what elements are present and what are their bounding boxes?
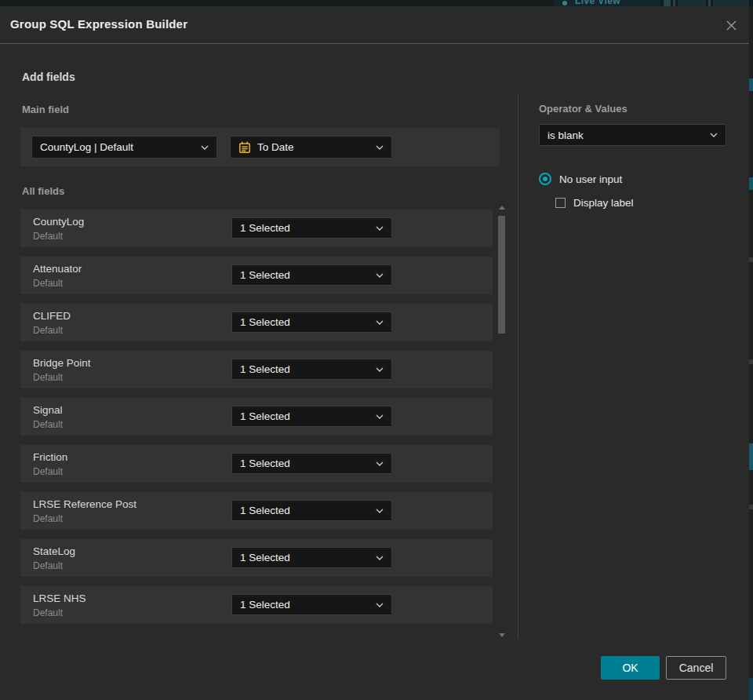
operator-dropdown-value: is blank [547, 129, 584, 141]
chevron-down-icon [376, 509, 384, 513]
field-row: CountyLog Default 1 Selected [20, 210, 493, 247]
operator-values-label: Operator & Values [539, 103, 628, 115]
field-name: Bridge Point [33, 357, 91, 369]
chevron-down-icon [710, 133, 718, 137]
chevron-down-icon [376, 320, 384, 325]
field-sublabel: Default [33, 325, 63, 336]
field-selection-dropdown[interactable]: 1 Selected [231, 547, 392, 568]
chevron-down-icon [376, 603, 384, 607]
background-pane-bar [708, 0, 711, 6]
background-pane-bar [713, 0, 749, 6]
field-selection-value: 1 Selected [240, 458, 290, 469]
chevron-down-icon [376, 461, 384, 466]
field-row: Bridge Point Default 1 Selected [20, 351, 493, 388]
field-selection-value: 1 Selected [240, 222, 290, 234]
chevron-down-icon [201, 145, 209, 150]
operator-dropdown[interactable]: is blank [539, 124, 726, 146]
field-sublabel: Default [33, 278, 63, 289]
field-name: LRSE NHS [33, 592, 86, 604]
field-selection-dropdown[interactable]: 1 Selected [231, 406, 392, 427]
background-pane-bar [673, 0, 675, 6]
field-selection-value: 1 Selected [240, 505, 290, 516]
chevron-down-icon [376, 414, 384, 419]
no-user-input-label: No user input [559, 173, 622, 185]
cancel-button[interactable]: Cancel [666, 656, 726, 680]
field-sublabel: Default [33, 607, 63, 618]
background-edge-fragment [749, 177, 753, 190]
background-edge-fragment [749, 678, 753, 700]
field-selection-dropdown[interactable]: 1 Selected [231, 264, 392, 286]
field-name: StateLog [33, 545, 75, 557]
field-sublabel: Default [33, 513, 63, 524]
date-field-dropdown-value: To Date [257, 141, 294, 153]
main-field-dropdown-value: CountyLog | Default [40, 141, 133, 153]
field-name: Friction [33, 451, 67, 463]
field-row: Signal Default 1 Selected [20, 398, 493, 436]
field-selection-value: 1 Selected [240, 552, 290, 563]
date-field-dropdown[interactable]: To Date [230, 136, 392, 159]
field-name: Attenuator [33, 263, 82, 275]
background-edge-fragment [749, 257, 753, 262]
field-selection-value: 1 Selected [240, 363, 290, 375]
scroll-up-icon[interactable] [499, 206, 505, 210]
no-user-input-option[interactable]: No user input [539, 173, 622, 185]
field-selection-value: 1 Selected [240, 269, 290, 281]
field-selection-value: 1 Selected [240, 410, 290, 422]
field-selection-dropdown[interactable]: 1 Selected [231, 500, 392, 521]
group-sql-expression-builder-dialog: Group SQL Expression Builder Add fields … [0, 6, 749, 700]
field-row: StateLog Default 1 Selected [20, 539, 493, 577]
dialog-title: Group SQL Expression Builder [10, 17, 187, 31]
ok-button[interactable]: OK [601, 656, 660, 680]
dialog-titlebar: Group SQL Expression Builder [0, 6, 749, 44]
field-row: LRSE NHS Default 1 Selected [20, 586, 493, 624]
field-selection-dropdown[interactable]: 1 Selected [231, 359, 392, 380]
field-row: Attenuator Default 1 Selected [20, 257, 493, 294]
background-edge-fragment [749, 505, 753, 509]
field-selection-dropdown[interactable]: 1 Selected [231, 217, 392, 239]
field-name: CLIFED [33, 310, 71, 322]
field-selection-value: 1 Selected [240, 599, 290, 611]
display-label-option[interactable]: Display label [555, 197, 634, 209]
background-pane-bar [678, 0, 706, 6]
field-row: CLIFED Default 1 Selected [20, 304, 493, 341]
background-pane-bar [664, 0, 671, 6]
live-dot-icon [562, 1, 567, 5]
all-fields-list: CountyLog Default 1 Selected Attenuator … [20, 210, 493, 633]
vertical-divider [518, 94, 518, 639]
background-app-bar: Live View [0, 0, 753, 6]
main-field-label: Main field [22, 104, 69, 115]
field-sublabel: Default [33, 372, 63, 383]
background-edge [749, 6, 753, 700]
chevron-down-icon [376, 556, 384, 560]
scroll-down-icon[interactable] [499, 633, 505, 637]
scrollbar-thumb[interactable] [498, 216, 505, 334]
field-sublabel: Default [33, 419, 63, 430]
main-field-dropdown[interactable]: CountyLog | Default [31, 136, 217, 159]
field-sublabel: Default [33, 231, 63, 242]
chevron-down-icon [376, 145, 384, 150]
radio-selected-icon[interactable] [539, 173, 551, 185]
field-name: Signal [33, 404, 63, 416]
field-selection-dropdown[interactable]: 1 Selected [231, 453, 392, 474]
list-scrollbar[interactable] [497, 204, 508, 639]
field-selection-value: 1 Selected [240, 316, 290, 328]
close-icon[interactable] [724, 18, 738, 32]
section-title: Add fields [22, 71, 75, 83]
checkbox-icon[interactable] [555, 198, 566, 208]
field-row: LRSE Reference Post Default 1 Selected [20, 492, 493, 530]
live-view-label: Live View [575, 0, 620, 6]
display-label-label: Display label [573, 197, 634, 209]
field-name: LRSE Reference Post [33, 498, 136, 510]
field-name: CountyLog [33, 216, 84, 228]
background-edge-fragment [749, 359, 753, 364]
main-field-panel: CountyLog | Default To Date [20, 128, 500, 166]
field-row: Friction Default 1 Selected [20, 445, 493, 483]
all-fields-label: All fields [22, 185, 64, 197]
field-selection-dropdown[interactable]: 1 Selected [231, 312, 392, 333]
background-edge-fragment [749, 443, 753, 470]
field-sublabel: Default [33, 466, 63, 477]
chevron-down-icon [376, 367, 384, 372]
field-selection-dropdown[interactable]: 1 Selected [231, 594, 392, 615]
background-edge-fragment [749, 78, 753, 91]
field-sublabel: Default [33, 560, 63, 571]
